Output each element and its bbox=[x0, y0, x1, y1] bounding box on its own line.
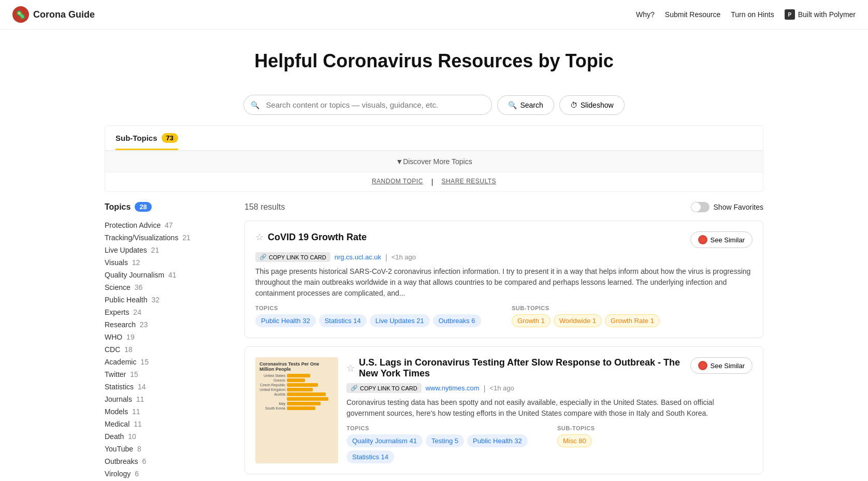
card2-title: U.S. Lags in Coronavirus Testing After S… bbox=[359, 357, 690, 379]
sidebar-item-journals[interactable]: Journals 11 bbox=[105, 393, 229, 405]
copy-icon: 🔗 bbox=[259, 254, 267, 260]
subtopics-label: Sub-Topics bbox=[115, 134, 157, 142]
slideshow-icon: ⏱ bbox=[570, 101, 577, 109]
sidebar-title: Topics 28 bbox=[105, 202, 229, 212]
card2-subtopics-tags: Misc 80 bbox=[557, 434, 753, 447]
slideshow-button[interactable]: ⏱ Slideshow bbox=[559, 95, 625, 115]
show-favorites: Show Favorites bbox=[691, 202, 763, 212]
card2-topic-statistics[interactable]: Statistics 14 bbox=[346, 450, 394, 463]
card2-star-icon[interactable]: ☆ bbox=[346, 362, 355, 374]
card-covid-growth-rate: ☆ CoVID 19 Growth Rate See Similar 🔗 COP… bbox=[244, 221, 763, 338]
search-input[interactable] bbox=[243, 95, 492, 115]
sidebar: Topics 28 Protection Advice 47 Tracking/… bbox=[105, 202, 229, 481]
topic-tag-live-updates[interactable]: Live Updates 21 bbox=[370, 314, 430, 327]
card-thumbnail: Coronavirus Tests Per One Million People… bbox=[255, 357, 338, 463]
sidebar-title-label: Topics bbox=[105, 202, 131, 212]
links-row: RANDOM TOPIC | SHARE RESULTS bbox=[105, 172, 763, 191]
card2-time: <1h ago bbox=[489, 384, 514, 392]
why-link[interactable]: Why? bbox=[636, 10, 655, 19]
results-header: 158 results Show Favorites bbox=[244, 202, 763, 212]
see-similar-button[interactable]: See Similar bbox=[690, 231, 753, 248]
card2-see-similar-label: See Similar bbox=[711, 362, 745, 370]
subtopic-tag-worldwide[interactable]: Worldwide 1 bbox=[554, 314, 602, 327]
card2-copy-button[interactable]: 🔗 COPY LINK TO CARD bbox=[346, 383, 422, 393]
sidebar-item-protection-advice[interactable]: Protection Advice 47 bbox=[105, 219, 229, 231]
logo[interactable]: 🦠 Corona Guide bbox=[12, 6, 95, 23]
card2-title-row: ☆ U.S. Lags in Coronavirus Testing After… bbox=[346, 357, 690, 379]
discover-more-button[interactable]: ▼ Discover More Topics bbox=[105, 151, 763, 172]
copy-link-button[interactable]: 🔗 COPY LINK TO CARD bbox=[255, 252, 330, 262]
sidebar-list: Protection Advice 47 Tracking/Visualizat… bbox=[105, 219, 229, 481]
see-similar-label: See Similar bbox=[711, 236, 745, 244]
turn-on-hints-link[interactable]: Turn on Hints bbox=[731, 10, 774, 19]
card2-subtopic-misc[interactable]: Misc 80 bbox=[557, 434, 592, 447]
card2-subtopics-label: SUB-TOPICS bbox=[557, 425, 753, 431]
card2-topic-quality-journalism[interactable]: Quality Journalism 41 bbox=[346, 434, 423, 447]
thumb-bars: United States Greece Czech Republic Unit… bbox=[259, 374, 334, 410]
sidebar-item-public-health[interactable]: Public Health 32 bbox=[105, 294, 229, 306]
card2-see-similar-icon bbox=[698, 361, 707, 370]
sidebar-item-research[interactable]: Research 23 bbox=[105, 318, 229, 331]
card2-topic-testing[interactable]: Testing 5 bbox=[426, 434, 464, 447]
card-title: CoVID 19 Growth Rate bbox=[268, 232, 367, 243]
card-meta: 🔗 COPY LINK TO CARD nrg.cs.ucl.ac.uk | <… bbox=[255, 252, 753, 262]
main-content: Helpful Coronavirus Resources by Topic 🔍… bbox=[92, 30, 776, 481]
card2-header: ☆ U.S. Lags in Coronavirus Testing After… bbox=[346, 357, 753, 379]
sidebar-item-virology[interactable]: Virology 6 bbox=[105, 468, 229, 480]
sidebar-item-visuals[interactable]: Visuals 12 bbox=[105, 256, 229, 269]
card2-url[interactable]: www.nytimes.com bbox=[426, 384, 480, 392]
search-button[interactable]: 🔍 Search bbox=[497, 95, 554, 115]
card-nytimes: Coronavirus Tests Per One Million People… bbox=[244, 346, 763, 474]
card2-description: Coronavirus testing data has been spotty… bbox=[346, 397, 753, 419]
see-similar-icon bbox=[698, 235, 707, 244]
sidebar-item-science[interactable]: Science 36 bbox=[105, 281, 229, 294]
subtopic-tag-growth-rate[interactable]: Growth Rate 1 bbox=[605, 314, 660, 327]
share-results-link[interactable]: SHARE RESULTS bbox=[441, 178, 496, 186]
sidebar-item-models[interactable]: Models 11 bbox=[105, 405, 229, 418]
sidebar-item-academic[interactable]: Academic 15 bbox=[105, 356, 229, 368]
sidebar-item-statistics[interactable]: Statistics 14 bbox=[105, 381, 229, 393]
header-nav: Why? Submit Resource Turn on Hints P Bui… bbox=[636, 9, 856, 20]
sidebar-item-twitter[interactable]: Twitter 15 bbox=[105, 368, 229, 381]
subtopics-count: 73 bbox=[162, 133, 178, 143]
slideshow-label: Slideshow bbox=[581, 101, 614, 109]
card2-meta: 🔗 COPY LINK TO CARD www.nytimes.com | <1… bbox=[346, 383, 753, 393]
content-layout: Topics 28 Protection Advice 47 Tracking/… bbox=[105, 202, 763, 481]
search-btn-icon: 🔍 bbox=[508, 101, 517, 109]
topic-tag-outbreaks[interactable]: Outbreaks 6 bbox=[433, 314, 481, 327]
sidebar-item-experts[interactable]: Experts 24 bbox=[105, 306, 229, 318]
sidebar-item-youtube[interactable]: YouTube 8 bbox=[105, 443, 229, 455]
random-topic-link[interactable]: RANDOM TOPIC bbox=[372, 178, 423, 186]
card-url[interactable]: nrg.cs.ucl.ac.uk bbox=[335, 253, 381, 261]
card2-topic-public-health[interactable]: Public Health 32 bbox=[467, 434, 528, 447]
sidebar-item-live-updates[interactable]: Live Updates 21 bbox=[105, 244, 229, 256]
show-favorites-label: Show Favorites bbox=[714, 203, 763, 211]
sidebar-item-outbreaks[interactable]: Outbreaks 6 bbox=[105, 455, 229, 468]
subtopics-col-label: SUB-TOPICS bbox=[512, 305, 753, 311]
card2-see-similar-button[interactable]: See Similar bbox=[690, 357, 753, 374]
sidebar-item-tracking[interactable]: Tracking/Visualizations 21 bbox=[105, 231, 229, 244]
hero: Helpful Coronavirus Resources by Topic bbox=[105, 30, 763, 84]
card2-topics-tags: Quality Journalism 41 Testing 5 Public H… bbox=[346, 434, 542, 463]
sidebar-item-cdc[interactable]: CDC 18 bbox=[105, 343, 229, 356]
topics-tags: Public Health 32 Statistics 14 Live Upda… bbox=[255, 314, 496, 327]
topic-tag-public-health[interactable]: Public Health 32 bbox=[255, 314, 316, 327]
topic-tag-statistics[interactable]: Statistics 14 bbox=[319, 314, 367, 327]
sidebar-item-quality-journalism[interactable]: Quality Journalism 41 bbox=[105, 269, 229, 281]
submit-resource-link[interactable]: Submit Resource bbox=[665, 10, 720, 19]
sidebar-item-who[interactable]: WHO 19 bbox=[105, 331, 229, 343]
star-icon[interactable]: ☆ bbox=[255, 231, 264, 243]
polymer-badge: P Built with Polymer bbox=[785, 9, 856, 20]
sidebar-item-death[interactable]: Death 10 bbox=[105, 430, 229, 443]
card-header: ☆ CoVID 19 Growth Rate See Similar bbox=[255, 231, 753, 248]
card-title-row: ☆ CoVID 19 Growth Rate bbox=[255, 231, 367, 243]
page-title: Helpful Coronavirus Resources by Topic bbox=[105, 50, 763, 72]
favorites-toggle[interactable] bbox=[691, 202, 710, 212]
sidebar-item-medical[interactable]: Medical 11 bbox=[105, 418, 229, 430]
chevron-down-icon: ▼ bbox=[396, 157, 403, 166]
card2-topics-label: TOPICS bbox=[346, 425, 542, 431]
subtopic-tag-growth[interactable]: Growth 1 bbox=[512, 314, 551, 327]
topics-label: TOPICS bbox=[255, 305, 496, 311]
topics-col: TOPICS Public Health 32 Statistics 14 Li… bbox=[255, 305, 496, 327]
logo-text: Corona Guide bbox=[33, 9, 95, 20]
